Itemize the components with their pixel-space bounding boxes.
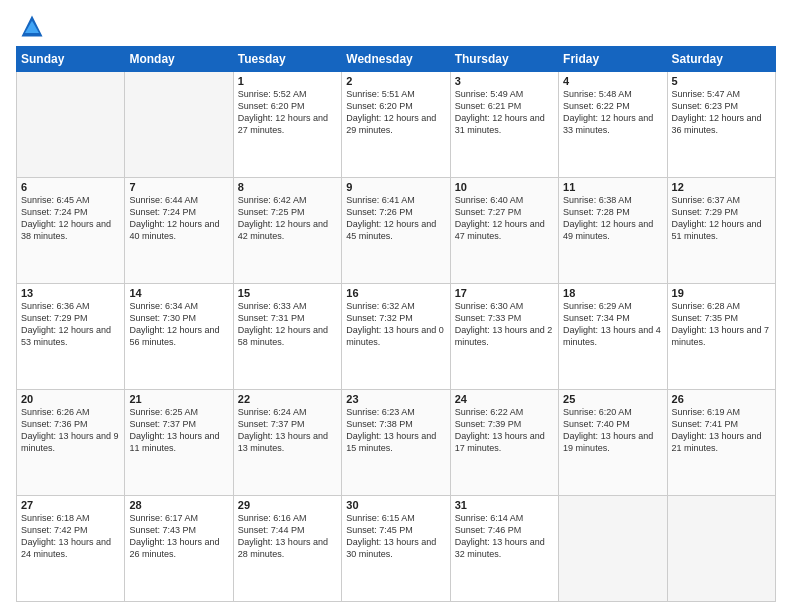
weekday-header: Thursday [450, 47, 558, 72]
cell-info: Sunrise: 5:51 AMSunset: 6:20 PMDaylight:… [346, 88, 445, 137]
calendar-cell: 20Sunrise: 6:26 AMSunset: 7:36 PMDayligh… [17, 390, 125, 496]
calendar-cell: 12Sunrise: 6:37 AMSunset: 7:29 PMDayligh… [667, 178, 775, 284]
day-number: 11 [563, 181, 662, 193]
header [16, 12, 776, 40]
page: SundayMondayTuesdayWednesdayThursdayFrid… [0, 0, 792, 612]
cell-info: Sunrise: 6:19 AMSunset: 7:41 PMDaylight:… [672, 406, 771, 455]
cell-info: Sunrise: 6:37 AMSunset: 7:29 PMDaylight:… [672, 194, 771, 243]
cell-info: Sunrise: 6:34 AMSunset: 7:30 PMDaylight:… [129, 300, 228, 349]
day-number: 27 [21, 499, 120, 511]
cell-info: Sunrise: 6:44 AMSunset: 7:24 PMDaylight:… [129, 194, 228, 243]
cell-info: Sunrise: 6:42 AMSunset: 7:25 PMDaylight:… [238, 194, 337, 243]
cell-info: Sunrise: 6:22 AMSunset: 7:39 PMDaylight:… [455, 406, 554, 455]
day-number: 31 [455, 499, 554, 511]
calendar-cell [559, 496, 667, 602]
calendar-cell: 4Sunrise: 5:48 AMSunset: 6:22 PMDaylight… [559, 72, 667, 178]
cell-info: Sunrise: 6:16 AMSunset: 7:44 PMDaylight:… [238, 512, 337, 561]
day-number: 30 [346, 499, 445, 511]
calendar-cell [125, 72, 233, 178]
weekday-header: Tuesday [233, 47, 341, 72]
calendar-cell: 3Sunrise: 5:49 AMSunset: 6:21 PMDaylight… [450, 72, 558, 178]
calendar-cell: 2Sunrise: 5:51 AMSunset: 6:20 PMDaylight… [342, 72, 450, 178]
day-number: 12 [672, 181, 771, 193]
cell-info: Sunrise: 5:49 AMSunset: 6:21 PMDaylight:… [455, 88, 554, 137]
calendar-cell: 26Sunrise: 6:19 AMSunset: 7:41 PMDayligh… [667, 390, 775, 496]
calendar-cell: 13Sunrise: 6:36 AMSunset: 7:29 PMDayligh… [17, 284, 125, 390]
day-number: 22 [238, 393, 337, 405]
calendar-cell: 6Sunrise: 6:45 AMSunset: 7:24 PMDaylight… [17, 178, 125, 284]
day-number: 4 [563, 75, 662, 87]
cell-info: Sunrise: 6:20 AMSunset: 7:40 PMDaylight:… [563, 406, 662, 455]
cell-info: Sunrise: 6:14 AMSunset: 7:46 PMDaylight:… [455, 512, 554, 561]
cell-info: Sunrise: 6:23 AMSunset: 7:38 PMDaylight:… [346, 406, 445, 455]
day-number: 9 [346, 181, 445, 193]
day-number: 20 [21, 393, 120, 405]
day-number: 13 [21, 287, 120, 299]
calendar-cell: 5Sunrise: 5:47 AMSunset: 6:23 PMDaylight… [667, 72, 775, 178]
calendar-cell: 24Sunrise: 6:22 AMSunset: 7:39 PMDayligh… [450, 390, 558, 496]
cell-info: Sunrise: 6:40 AMSunset: 7:27 PMDaylight:… [455, 194, 554, 243]
weekday-header: Sunday [17, 47, 125, 72]
cell-info: Sunrise: 6:28 AMSunset: 7:35 PMDaylight:… [672, 300, 771, 349]
cell-info: Sunrise: 5:52 AMSunset: 6:20 PMDaylight:… [238, 88, 337, 137]
calendar-cell: 9Sunrise: 6:41 AMSunset: 7:26 PMDaylight… [342, 178, 450, 284]
calendar-table: SundayMondayTuesdayWednesdayThursdayFrid… [16, 46, 776, 602]
cell-info: Sunrise: 6:17 AMSunset: 7:43 PMDaylight:… [129, 512, 228, 561]
day-number: 2 [346, 75, 445, 87]
cell-info: Sunrise: 6:41 AMSunset: 7:26 PMDaylight:… [346, 194, 445, 243]
weekday-header: Friday [559, 47, 667, 72]
day-number: 15 [238, 287, 337, 299]
calendar-cell: 29Sunrise: 6:16 AMSunset: 7:44 PMDayligh… [233, 496, 341, 602]
cell-info: Sunrise: 6:15 AMSunset: 7:45 PMDaylight:… [346, 512, 445, 561]
calendar-cell: 22Sunrise: 6:24 AMSunset: 7:37 PMDayligh… [233, 390, 341, 496]
day-number: 3 [455, 75, 554, 87]
logo [16, 12, 48, 40]
cell-info: Sunrise: 6:18 AMSunset: 7:42 PMDaylight:… [21, 512, 120, 561]
calendar-cell: 14Sunrise: 6:34 AMSunset: 7:30 PMDayligh… [125, 284, 233, 390]
day-number: 28 [129, 499, 228, 511]
cell-info: Sunrise: 6:45 AMSunset: 7:24 PMDaylight:… [21, 194, 120, 243]
day-number: 24 [455, 393, 554, 405]
day-number: 5 [672, 75, 771, 87]
cell-info: Sunrise: 5:47 AMSunset: 6:23 PMDaylight:… [672, 88, 771, 137]
cell-info: Sunrise: 6:36 AMSunset: 7:29 PMDaylight:… [21, 300, 120, 349]
day-number: 21 [129, 393, 228, 405]
cell-info: Sunrise: 5:48 AMSunset: 6:22 PMDaylight:… [563, 88, 662, 137]
day-number: 6 [21, 181, 120, 193]
calendar-cell: 31Sunrise: 6:14 AMSunset: 7:46 PMDayligh… [450, 496, 558, 602]
calendar-cell: 16Sunrise: 6:32 AMSunset: 7:32 PMDayligh… [342, 284, 450, 390]
day-number: 14 [129, 287, 228, 299]
day-number: 19 [672, 287, 771, 299]
calendar-cell: 11Sunrise: 6:38 AMSunset: 7:28 PMDayligh… [559, 178, 667, 284]
calendar-cell: 30Sunrise: 6:15 AMSunset: 7:45 PMDayligh… [342, 496, 450, 602]
day-number: 26 [672, 393, 771, 405]
cell-info: Sunrise: 6:29 AMSunset: 7:34 PMDaylight:… [563, 300, 662, 349]
calendar-cell: 8Sunrise: 6:42 AMSunset: 7:25 PMDaylight… [233, 178, 341, 284]
calendar-cell: 23Sunrise: 6:23 AMSunset: 7:38 PMDayligh… [342, 390, 450, 496]
day-number: 8 [238, 181, 337, 193]
day-number: 25 [563, 393, 662, 405]
calendar-cell: 7Sunrise: 6:44 AMSunset: 7:24 PMDaylight… [125, 178, 233, 284]
calendar-cell: 10Sunrise: 6:40 AMSunset: 7:27 PMDayligh… [450, 178, 558, 284]
day-number: 7 [129, 181, 228, 193]
calendar-cell [667, 496, 775, 602]
calendar-cell: 17Sunrise: 6:30 AMSunset: 7:33 PMDayligh… [450, 284, 558, 390]
day-number: 18 [563, 287, 662, 299]
weekday-header: Wednesday [342, 47, 450, 72]
cell-info: Sunrise: 6:24 AMSunset: 7:37 PMDaylight:… [238, 406, 337, 455]
calendar-cell: 28Sunrise: 6:17 AMSunset: 7:43 PMDayligh… [125, 496, 233, 602]
cell-info: Sunrise: 6:32 AMSunset: 7:32 PMDaylight:… [346, 300, 445, 349]
weekday-header: Monday [125, 47, 233, 72]
cell-info: Sunrise: 6:30 AMSunset: 7:33 PMDaylight:… [455, 300, 554, 349]
calendar-cell: 18Sunrise: 6:29 AMSunset: 7:34 PMDayligh… [559, 284, 667, 390]
calendar-cell: 19Sunrise: 6:28 AMSunset: 7:35 PMDayligh… [667, 284, 775, 390]
calendar-cell: 21Sunrise: 6:25 AMSunset: 7:37 PMDayligh… [125, 390, 233, 496]
cell-info: Sunrise: 6:26 AMSunset: 7:36 PMDaylight:… [21, 406, 120, 455]
day-number: 23 [346, 393, 445, 405]
calendar-cell [17, 72, 125, 178]
cell-info: Sunrise: 6:38 AMSunset: 7:28 PMDaylight:… [563, 194, 662, 243]
logo-icon [18, 12, 46, 40]
cell-info: Sunrise: 6:33 AMSunset: 7:31 PMDaylight:… [238, 300, 337, 349]
day-number: 29 [238, 499, 337, 511]
calendar-cell: 15Sunrise: 6:33 AMSunset: 7:31 PMDayligh… [233, 284, 341, 390]
